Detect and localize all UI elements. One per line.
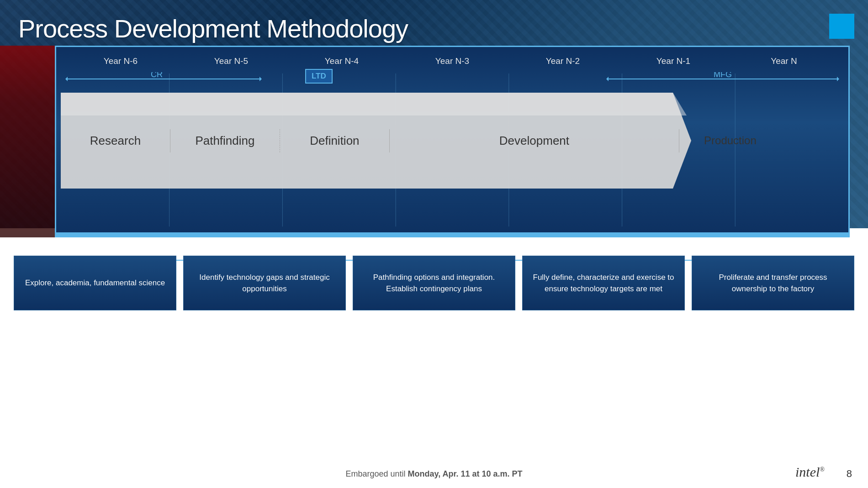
- phase-production: Production: [679, 130, 781, 152]
- footer: Embargoed until Monday, Apr. 11 at 10 a.…: [0, 469, 868, 479]
- blue-accent-square: [829, 14, 854, 39]
- mfg-arrow-container: MFG: [606, 72, 839, 88]
- phase-development-label: Development: [499, 134, 569, 148]
- phase-pathfinding: Pathfinding: [170, 129, 280, 152]
- svg-marker-7: [65, 77, 68, 81]
- mfg-arrow-svg: MFG: [606, 72, 839, 86]
- year-n1-label: Year N-1: [618, 56, 729, 66]
- diagram-bottom-border: [56, 232, 848, 236]
- info-box-4: Fully define, characterize and exercise …: [522, 256, 685, 310]
- footer-regular-text: Embargoed until: [345, 469, 408, 478]
- year-n6-label: Year N-6: [65, 56, 176, 66]
- phase-pathfinding-label: Pathfinding: [195, 134, 254, 148]
- info-box-1: Explore, academia, fundamental science: [14, 256, 176, 310]
- diagram-container: Year N-6 Year N-5 Year N-4 Year N-3 Year…: [55, 46, 850, 237]
- trapezoid-area: Research Pathfinding Definition Developm…: [61, 88, 844, 193]
- years-row: Year N-6 Year N-5 Year N-4 Year N-3 Year…: [56, 56, 848, 66]
- info-box-3: Pathfinding options and integration. Est…: [353, 256, 515, 310]
- svg-marker-11: [606, 77, 609, 81]
- info-box-3-text: Pathfinding options and integration. Est…: [361, 272, 507, 295]
- info-box-2-text: Identify technology gaps and strategic o…: [192, 272, 337, 295]
- year-n3-label: Year N-3: [397, 56, 508, 66]
- svg-text:CR: CR: [151, 72, 163, 79]
- info-box-1-text: Explore, academia, fundamental science: [25, 277, 165, 289]
- year-n5-label: Year N-5: [176, 56, 286, 66]
- left-circuit-strip: [0, 46, 55, 237]
- svg-marker-12: [837, 77, 839, 81]
- cr-arrow-svg: CR: [65, 72, 262, 86]
- phase-research-label: Research: [90, 134, 141, 148]
- year-n4-label: Year N-4: [286, 56, 397, 66]
- cr-arrow-container: CR: [65, 72, 262, 88]
- page-title: Process Development Methodology: [18, 14, 408, 43]
- footer-text: Embargoed until Monday, Apr. 11 at 10 a.…: [345, 469, 522, 479]
- footer-bold-text: Monday, Apr. 11 at 10 a.m. PT: [408, 469, 523, 478]
- phase-development: Development: [390, 129, 679, 152]
- phase-definition-label: Definition: [310, 134, 359, 148]
- info-box-5-text: Proliferate and transfer process ownersh…: [700, 272, 846, 295]
- phase-production-label: Production: [704, 134, 757, 147]
- ltd-marker: LTD: [305, 69, 333, 84]
- phase-definition: Definition: [280, 129, 390, 152]
- year-n-label: Year N: [729, 56, 839, 66]
- svg-marker-8: [259, 77, 262, 81]
- info-box-5: Proliferate and transfer process ownersh…: [692, 256, 854, 310]
- phase-research: Research: [61, 129, 170, 152]
- info-box-2: Identify technology gaps and strategic o…: [183, 256, 346, 310]
- info-boxes-container: Explore, academia, fundamental science I…: [14, 256, 854, 310]
- year-n2-label: Year N-2: [508, 56, 618, 66]
- phase-labels-container: Research Pathfinding Definition Developm…: [61, 88, 844, 193]
- info-box-4-text: Fully define, characterize and exercise …: [531, 272, 676, 295]
- svg-text:MFG: MFG: [714, 72, 732, 79]
